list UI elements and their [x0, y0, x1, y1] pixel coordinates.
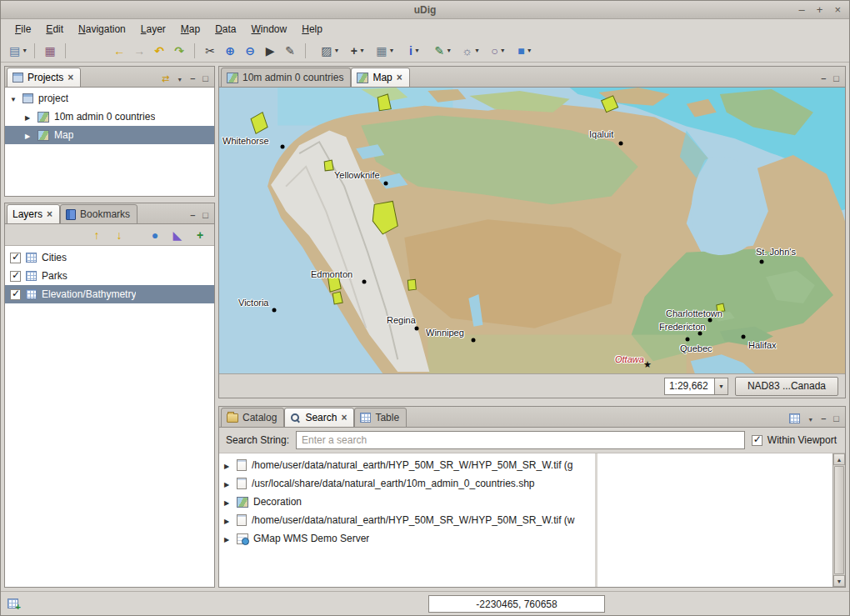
- tab-bookmarks[interactable]: Bookmarks: [60, 204, 138, 224]
- layer-row-cities[interactable]: Cities: [5, 248, 214, 267]
- expand-arrow-icon[interactable]: [25, 111, 32, 123]
- tab-projects[interactable]: Projects: [7, 68, 81, 88]
- project-item-countries[interactable]: 10m admin 0 countries: [5, 108, 214, 126]
- collapse-arrow-icon[interactable]: [10, 93, 18, 104]
- maximize-view-button[interactable]: [833, 414, 839, 423]
- dropdown-arrow-icon[interactable]: ▼: [22, 48, 28, 53]
- scale-combo[interactable]: 1:29,662 ▼: [664, 378, 728, 395]
- search-result-row[interactable]: /usr/local/share/data/natural_earth/10m_…: [219, 474, 595, 493]
- commit-button[interactable]: ▦: [40, 42, 60, 60]
- dropdown-arrow-icon[interactable]: ▼: [359, 48, 365, 53]
- dropdown-arrow-icon[interactable]: ▼: [446, 48, 452, 53]
- menu-layer[interactable]: Layer: [133, 21, 173, 38]
- menu-file[interactable]: File: [8, 21, 38, 38]
- table-options-button[interactable]: [789, 413, 800, 423]
- tab-countries-editor[interactable]: 10m admin 0 countries: [221, 68, 351, 88]
- scroll-down-button[interactable]: ▼: [833, 575, 845, 587]
- within-viewport-checkbox[interactable]: [752, 435, 762, 446]
- tab-layers[interactable]: Layers: [7, 204, 60, 224]
- back-button[interactable]: ←: [109, 42, 129, 60]
- expand-arrow-icon[interactable]: [224, 514, 232, 526]
- expand-arrow-icon[interactable]: [224, 459, 232, 471]
- view-menu-dropdown[interactable]: [808, 414, 813, 423]
- menu-map[interactable]: Map: [173, 21, 208, 38]
- tab-search[interactable]: Search: [284, 408, 354, 428]
- minimize-view-button[interactable]: [190, 211, 195, 220]
- map-canvas[interactable]: WhitehorseYellowknifeIqaluitEdmontonVict…: [219, 88, 845, 374]
- close-tab-icon[interactable]: [68, 72, 73, 83]
- layer-checkbox[interactable]: [10, 289, 21, 300]
- dropdown-arrow-icon[interactable]: ▼: [389, 48, 395, 53]
- move-layer-down-button[interactable]: ↓: [109, 226, 129, 244]
- scroll-thumb[interactable]: [834, 466, 844, 574]
- scrollbar[interactable]: ▲ ▼: [832, 453, 845, 587]
- pan-button[interactable]: ▶: [260, 42, 280, 60]
- zoom-previous-button[interactable]: ↶: [149, 42, 169, 60]
- menu-window[interactable]: Window: [244, 21, 295, 38]
- maximize-view-button[interactable]: [833, 74, 839, 83]
- new-wizard-button[interactable]: ▤▼: [8, 42, 29, 60]
- scroll-up-button[interactable]: ▲: [833, 453, 845, 465]
- expand-arrow-icon[interactable]: [224, 533, 232, 544]
- search-result-row[interactable]: /home/user/data/natural_earth/HYP_50M_SR…: [219, 456, 595, 474]
- clip-button[interactable]: ✂: [200, 42, 220, 60]
- menu-navigation[interactable]: Navigation: [71, 21, 133, 38]
- expand-arrow-icon[interactable]: [224, 478, 232, 489]
- move-layer-up-button[interactable]: ↑: [87, 226, 107, 244]
- link-editor-button[interactable]: ⇄: [162, 74, 169, 83]
- minimize-view-button[interactable]: [821, 74, 826, 83]
- zoom-next-button[interactable]: ↷: [169, 42, 189, 60]
- layer-row-parks[interactable]: Parks: [5, 267, 214, 285]
- maximize-view-button[interactable]: [202, 74, 208, 83]
- close-window-button[interactable]: ×: [834, 3, 841, 16]
- tab-table[interactable]: Table: [354, 408, 407, 428]
- layer-style-dropdown[interactable]: ▨▼: [319, 42, 341, 60]
- scale-value[interactable]: 1:29,662: [664, 378, 714, 395]
- tab-catalog[interactable]: Catalog: [221, 408, 284, 428]
- menu-help[interactable]: Help: [294, 21, 330, 38]
- zoom-to-layer-button[interactable]: ●: [145, 226, 165, 244]
- add-layer-button[interactable]: +: [190, 226, 210, 244]
- dropdown-arrow-icon[interactable]: ▼: [500, 48, 506, 53]
- project-root-row[interactable]: project: [5, 89, 214, 108]
- menu-edit[interactable]: Edit: [38, 21, 71, 38]
- dropdown-arrow-icon[interactable]: ▼: [333, 48, 339, 53]
- maximize-view-button[interactable]: [202, 211, 208, 220]
- dropdown-arrow-icon[interactable]: ▼: [474, 48, 480, 53]
- info-dropdown[interactable]: i▼: [405, 42, 425, 60]
- dropdown-arrow-icon[interactable]: ▼: [414, 48, 420, 53]
- selection-dropdown[interactable]: ■▼: [515, 42, 535, 60]
- close-tab-icon[interactable]: [47, 208, 52, 220]
- view-menu-dropdown[interactable]: [177, 74, 182, 83]
- crs-button[interactable]: NAD83 ...Canada: [735, 377, 838, 396]
- zoom-in-button[interactable]: ⊕: [220, 42, 240, 60]
- layer-row-elevation[interactable]: Elevation/Bathymetry: [5, 285, 214, 303]
- close-tab-icon[interactable]: [341, 412, 347, 423]
- pan-tool-dropdown[interactable]: +▼: [348, 42, 368, 60]
- scale-dropdown-icon[interactable]: ▼: [714, 378, 728, 395]
- menu-data[interactable]: Data: [208, 21, 243, 38]
- editing-status-icon[interactable]: [8, 598, 18, 608]
- maximize-window-button[interactable]: +: [817, 3, 823, 16]
- grid-dropdown[interactable]: ▦▼: [374, 42, 396, 60]
- forward-button[interactable]: →: [129, 42, 149, 60]
- search-result-row[interactable]: Decoration: [219, 493, 595, 511]
- search-result-row[interactable]: GMap WMS Demo Server: [219, 529, 595, 548]
- minimize-view-button[interactable]: [190, 74, 195, 83]
- minimize-window-button[interactable]: –: [799, 3, 805, 16]
- layer-checkbox[interactable]: [10, 253, 21, 263]
- expand-arrow-icon[interactable]: [25, 129, 32, 141]
- search-input[interactable]: [296, 431, 745, 449]
- expand-arrow-icon[interactable]: [224, 496, 232, 508]
- style-editor-button[interactable]: ◣: [168, 226, 188, 244]
- layer-checkbox[interactable]: [10, 271, 21, 282]
- measure-dropdown[interactable]: ✎▼: [433, 42, 454, 60]
- pencil-button[interactable]: ✎: [280, 42, 300, 60]
- close-tab-icon[interactable]: [397, 72, 402, 83]
- minimize-view-button[interactable]: [821, 414, 826, 423]
- dropdown-arrow-icon[interactable]: ▼: [527, 48, 532, 53]
- tab-map-editor[interactable]: Map: [351, 68, 409, 88]
- search-result-row[interactable]: /home/user/data/natural_earth/HYP_50M_SR…: [219, 511, 595, 529]
- project-item-map[interactable]: Map: [5, 126, 214, 144]
- feature-ops-dropdown[interactable]: ☼▼: [460, 42, 482, 60]
